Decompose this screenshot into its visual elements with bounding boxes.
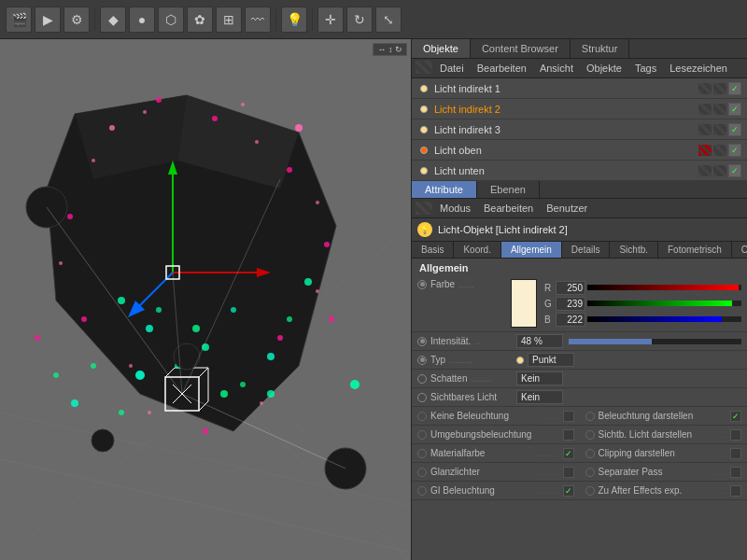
toolbar-icon-sphere[interactable]: ● [129, 7, 155, 33]
object-item-0[interactable]: Licht indirekt 1 ✓ [412, 78, 747, 99]
visible-light-radio[interactable] [417, 393, 427, 402]
cb-check-7[interactable] [730, 467, 741, 478]
obj-header: 💡 Licht-Objekt [Licht indirekt 2] [412, 218, 747, 242]
channel-g-input[interactable] [556, 297, 585, 311]
toolbar-icon-grid[interactable]: ⊞ [216, 7, 242, 33]
object-item-1[interactable]: Licht indirekt 2 ✓ [412, 99, 747, 119]
menu-bearbeiten[interactable]: Bearbeiten [472, 61, 532, 76]
obj-icon-4 [417, 164, 430, 177]
svg-point-58 [304, 278, 312, 286]
cb-radio-3[interactable] [585, 430, 595, 440]
channel-b-input[interactable] [556, 313, 585, 327]
cb-check-0[interactable] [563, 411, 574, 422]
object-item-3[interactable]: Licht oben ✓ [412, 140, 747, 161]
cb-check-4[interactable]: ✓ [563, 448, 574, 459]
cb-radio-8[interactable] [417, 486, 427, 496]
toolbar-icon-scale[interactable]: ⤡ [375, 7, 402, 33]
cb-radio-5[interactable] [585, 449, 595, 458]
channel-r-row: R [544, 281, 741, 295]
svg-point-57 [287, 316, 292, 322]
toolbar-icon-film[interactable]: 🎬 [6, 7, 32, 33]
cb-radio-9[interactable] [585, 486, 595, 496]
svg-point-45 [329, 316, 334, 322]
light-dot-4 [420, 167, 428, 175]
prop-tab-fotometrisch[interactable]: Fotometrisch [658, 242, 732, 258]
prop-tab-basis[interactable]: Basis [412, 242, 454, 258]
object-item-2[interactable]: Licht indirekt 3 ✓ [412, 119, 747, 140]
channel-g-slider[interactable] [587, 301, 741, 306]
cb-radio-0[interactable] [417, 412, 427, 421]
type-value[interactable]: Punkt [528, 353, 574, 367]
channel-r-slider[interactable] [587, 285, 741, 290]
color-radio[interactable] [417, 280, 427, 289]
menu-tags[interactable]: Tags [629, 61, 662, 76]
intensity-slider[interactable] [569, 339, 741, 344]
object-item-4[interactable]: Licht unten ✓ [412, 161, 747, 181]
toolbar-icon-settings[interactable]: ⚙ [63, 7, 90, 33]
menu-datei[interactable]: Datei [434, 61, 470, 76]
menu-grip [416, 61, 432, 74]
cb-check-6[interactable] [563, 467, 574, 478]
tab-objekte[interactable]: Objekte [412, 39, 471, 58]
cb-row-0: Keine Beleuchtung ...... [412, 407, 580, 426]
color-swatch[interactable] [511, 279, 537, 328]
cb-check-3[interactable] [730, 429, 741, 441]
toolbar-icon-cube[interactable]: ◆ [100, 7, 126, 33]
cb-row-7: Separater Pass ...... [580, 463, 748, 482]
obj-vis-stripe2-0 [713, 83, 726, 94]
viewport[interactable]: ↔ ↕ ↻ [0, 39, 411, 560]
menu-ansicht[interactable]: Ansicht [534, 61, 579, 76]
obj-vis-stripe-0 [698, 83, 712, 94]
channel-r-input[interactable] [556, 281, 585, 295]
svg-point-31 [255, 140, 259, 144]
svg-point-44 [295, 124, 303, 132]
cb-check-9[interactable] [730, 485, 741, 497]
intensity-value[interactable]: 48 % [516, 334, 563, 348]
toolbar-icon-play[interactable]: ▶ [35, 7, 61, 33]
attr-menu-benutzer[interactable]: Benutzer [541, 201, 593, 216]
prop-tab-caustics[interactable]: Caustics [732, 242, 747, 258]
channel-b-slider[interactable] [587, 316, 741, 322]
toolbar-icon-flower[interactable]: ✿ [187, 7, 213, 33]
cb-radio-6[interactable] [417, 468, 427, 477]
tab-content-browser[interactable]: Content Browser [471, 39, 571, 58]
attr-menu-bearbeiten[interactable]: Bearbeiten [478, 201, 539, 216]
toolbar-icon-rotate[interactable]: ↻ [346, 7, 373, 33]
prop-tab-details[interactable]: Details [562, 242, 611, 258]
tab-ebenen[interactable]: Ebenen [477, 181, 540, 198]
attr-menu-modus[interactable]: Modus [434, 201, 476, 216]
toolbar-icon-shape[interactable]: ⬡ [158, 7, 184, 33]
cb-radio-2[interactable] [417, 430, 427, 440]
props-content: Allgemein Farbe ...... [412, 259, 747, 560]
cb-radio-1[interactable] [585, 412, 595, 421]
cb-radio-7[interactable] [585, 468, 595, 477]
color-row-r: R G [511, 279, 741, 328]
tab-attribute[interactable]: Attribute [412, 181, 477, 198]
svg-point-55 [240, 382, 246, 387]
cb-row-4: Materialfarbe ......... ✓ [412, 444, 580, 463]
menu-objekte[interactable]: Objekte [581, 61, 627, 76]
vp-nav-arrows[interactable]: ↔ ↕ ↻ [373, 43, 407, 56]
tab-struktur[interactable]: Struktur [571, 39, 630, 58]
shadow-radio[interactable] [417, 374, 427, 384]
obj-vis-stripe-1 [698, 104, 712, 115]
cb-check-8[interactable]: ✓ [563, 485, 574, 497]
light-dot-0 [420, 85, 428, 92]
cb-check-5[interactable] [730, 448, 741, 459]
prop-tab-sichtb[interactable]: Sichtb. [610, 242, 658, 258]
type-radio[interactable] [417, 356, 427, 365]
type-row: Typ ......... Punkt [412, 351, 747, 370]
shadow-value[interactable]: Kein [516, 371, 563, 385]
toolbar-icon-move[interactable]: ✛ [317, 7, 344, 33]
visible-light-value[interactable]: Kein [516, 390, 563, 404]
cb-check-2[interactable] [563, 429, 574, 441]
cb-radio-4[interactable] [417, 449, 427, 458]
menu-lesezeichen[interactable]: Lesezeichen [664, 61, 733, 76]
toolbar-icon-light[interactable]: 💡 [281, 7, 307, 33]
prop-tab-koord[interactable]: Koord. [454, 242, 500, 258]
viewport-scene [0, 39, 411, 560]
toolbar-icon-wave[interactable]: 〰 [245, 7, 271, 33]
prop-tab-allgemein[interactable]: Allgemein [501, 242, 562, 258]
intensity-radio[interactable] [417, 337, 427, 346]
cb-check-1[interactable]: ✓ [730, 411, 741, 422]
